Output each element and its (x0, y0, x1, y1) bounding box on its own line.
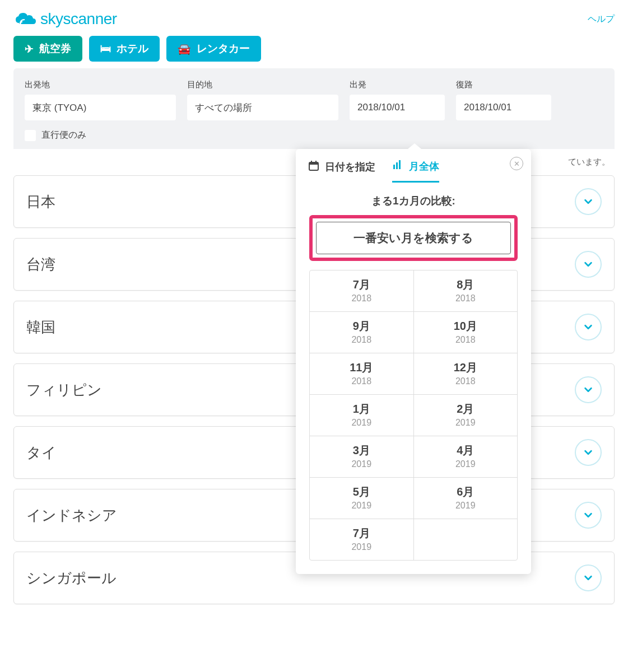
chevron-down-icon (583, 259, 593, 269)
from-label: 出発地 (25, 80, 176, 90)
month-cell[interactable]: 11月2018 (310, 353, 414, 395)
month-name: 7月 (315, 526, 408, 541)
month-year: 2018 (420, 335, 512, 345)
depart-input[interactable] (350, 95, 445, 120)
month-name: 2月 (420, 402, 512, 417)
expand-button[interactable] (575, 376, 602, 403)
direct-only-label: 直行便のみ (41, 129, 86, 141)
date-popover: 日付を指定 月全体 ✕ まる1カ月の比較: 一番安い月を検索する 7月20188… (296, 149, 531, 574)
tab-label: レンタカー (197, 41, 250, 56)
popover-tab-specific-date[interactable]: 日付を指定 (308, 160, 375, 182)
chevron-down-icon (583, 197, 593, 207)
tab-label: 航空券 (39, 41, 71, 56)
month-name: 3月 (315, 443, 408, 458)
chevron-down-icon (583, 385, 593, 395)
month-cell[interactable]: 6月2019 (414, 478, 518, 519)
field-to: 目的地 (187, 80, 338, 120)
car-icon: 🚘 (178, 43, 191, 55)
field-from: 出発地 (25, 80, 176, 120)
from-input[interactable] (25, 95, 176, 120)
expand-button[interactable] (575, 314, 602, 340)
calendar-icon (308, 160, 319, 174)
compare-title: まる1カ月の比較: (309, 194, 518, 208)
result-name: 韓国 (26, 318, 55, 337)
month-grid: 7月20188月20189月201810月201811月201812月20181… (309, 270, 518, 561)
airplane-icon: ✈ (25, 43, 34, 55)
return-label: 復路 (456, 80, 551, 90)
month-name: 9月 (315, 319, 408, 334)
month-name: 1月 (315, 402, 408, 417)
result-name: タイ (26, 443, 57, 463)
bar-chart-icon (392, 159, 403, 173)
expand-button[interactable] (575, 564, 602, 591)
field-return: 復路 (456, 80, 551, 120)
month-name: 11月 (315, 360, 408, 375)
month-year: 2019 (420, 501, 512, 511)
expand-button[interactable] (575, 188, 602, 215)
cloud-signal-icon (13, 11, 37, 27)
svg-rect-5 (393, 165, 395, 169)
field-depart: 出発 (350, 80, 445, 120)
header: skyscanner ヘルプ (0, 0, 628, 36)
to-input[interactable] (187, 95, 338, 120)
month-name: 6月 (420, 484, 512, 500)
month-year: 2019 (315, 418, 408, 428)
expand-button[interactable] (575, 439, 602, 466)
expand-button[interactable] (575, 502, 602, 529)
month-cell[interactable]: 5月2019 (310, 478, 414, 519)
month-cell[interactable]: 7月2018 (310, 270, 414, 312)
month-cell[interactable]: 9月2018 (310, 312, 414, 353)
result-name: インドネシア (26, 506, 117, 525)
month-year: 2018 (315, 376, 408, 386)
month-year: 2018 (420, 376, 512, 386)
month-cell[interactable]: 7月2019 (310, 519, 414, 560)
help-link[interactable]: ヘルプ (588, 13, 615, 25)
result-name: フィリピン (26, 380, 102, 400)
month-cell[interactable]: 2月2019 (414, 395, 518, 436)
month-year: 2019 (420, 459, 512, 469)
highlight-box: 一番安い月を検索する (309, 215, 518, 261)
result-name: 日本 (26, 192, 55, 212)
month-name: 5月 (315, 484, 408, 500)
popover-arrow (408, 143, 421, 149)
logo[interactable]: skyscanner (13, 10, 117, 28)
month-name: 12月 (420, 360, 512, 375)
tab-hotels[interactable]: 🛏 ホテル (89, 36, 160, 62)
svg-rect-6 (396, 162, 398, 169)
popover-tab-label: 日付を指定 (325, 160, 375, 174)
chevron-down-icon (583, 447, 593, 458)
month-cell[interactable]: 3月2019 (310, 436, 414, 478)
chevron-down-icon (583, 510, 593, 520)
tab-flights[interactable]: ✈ 航空券 (13, 36, 82, 62)
month-name: 8月 (420, 277, 512, 292)
month-cell[interactable]: 4月2019 (414, 436, 518, 478)
direct-only-row: 直行便のみ (25, 129, 603, 141)
popover-tab-whole-month[interactable]: 月全体 (392, 159, 439, 183)
svg-point-0 (19, 23, 21, 25)
cheapest-month-button[interactable]: 一番安い月を検索する (316, 222, 511, 254)
month-cell[interactable]: 8月2018 (414, 270, 518, 312)
month-cell[interactable]: 12月2018 (414, 353, 518, 395)
month-name: 10月 (420, 319, 512, 334)
direct-only-checkbox[interactable] (25, 130, 36, 141)
result-name: シンガポール (26, 568, 117, 588)
month-name: 4月 (420, 443, 512, 458)
month-cell[interactable]: 1月2019 (310, 395, 414, 436)
month-year: 2018 (315, 335, 408, 345)
month-year: 2019 (420, 418, 512, 428)
popover-tab-label: 月全体 (409, 160, 439, 173)
expand-button[interactable] (575, 251, 602, 278)
tab-cars[interactable]: 🚘 レンタカー (166, 36, 261, 62)
chevron-down-icon (583, 322, 593, 332)
to-label: 目的地 (187, 80, 338, 90)
product-tabs: ✈ 航空券 🛏 ホテル 🚘 レンタカー (0, 36, 628, 62)
bed-icon: 🛏 (100, 43, 111, 55)
month-year: 2018 (315, 293, 408, 304)
close-icon[interactable]: ✕ (510, 157, 523, 170)
month-year: 2019 (315, 542, 408, 552)
result-name: 台湾 (26, 255, 55, 274)
tab-label: ホテル (117, 41, 148, 56)
svg-rect-7 (399, 160, 401, 169)
month-cell[interactable]: 10月2018 (414, 312, 518, 353)
return-input[interactable] (456, 95, 551, 120)
